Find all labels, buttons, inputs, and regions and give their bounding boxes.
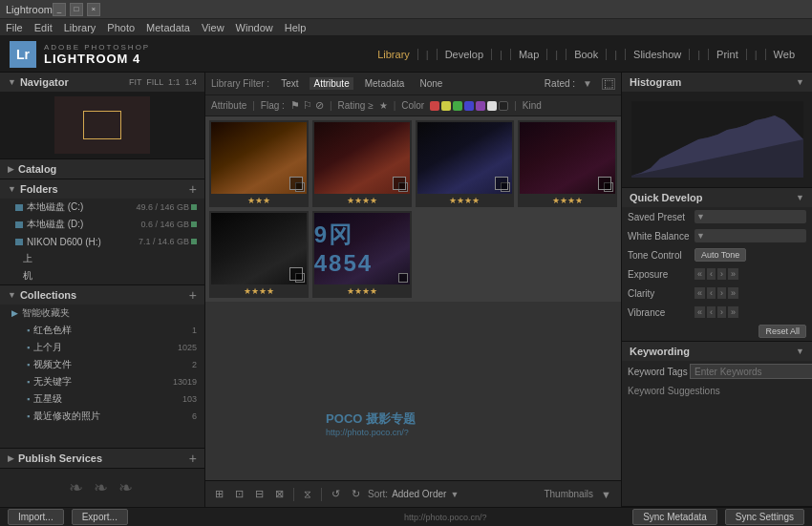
import-btn[interactable]: Import... xyxy=(8,509,64,525)
collections-header[interactable]: ▼ Collections + xyxy=(0,285,204,305)
folder-up[interactable]: 上 xyxy=(0,250,204,267)
auto-tone-btn[interactable]: Auto Tone xyxy=(694,248,746,262)
rating-stars[interactable]: ★ xyxy=(379,100,388,111)
menu-library[interactable]: Library xyxy=(64,22,96,33)
wb-control[interactable]: ▼ xyxy=(694,229,806,242)
navigator-controls: FIT FILL 1:1 1:4 xyxy=(129,77,197,87)
photo-cell-5[interactable]: ★★★★ xyxy=(209,211,309,298)
collection-recent[interactable]: ▪ 最近修改的照片 6 xyxy=(0,408,204,425)
module-print[interactable]: Print xyxy=(709,49,747,60)
photo-cell-6[interactable]: 9冈4854 ★★★★ xyxy=(312,211,412,298)
module-web[interactable]: Web xyxy=(766,49,802,60)
photo-cell-1[interactable]: ★★★ xyxy=(209,120,309,207)
folder-d[interactable]: 本地磁盘 (D:) 0.6 / 146 GB xyxy=(0,216,204,233)
vib-dec-dec[interactable]: « xyxy=(694,306,705,318)
color-blue[interactable] xyxy=(464,101,474,111)
photo-stars-1: ★★★ xyxy=(247,196,270,205)
window-controls[interactable]: _ □ × xyxy=(53,3,100,16)
collection-red[interactable]: ▪ 红色色样 1 xyxy=(0,322,204,339)
menu-window[interactable]: Window xyxy=(236,22,273,33)
color-yellow[interactable] xyxy=(441,101,451,111)
flag-icon-1[interactable]: ⚑ xyxy=(290,99,300,112)
collection-5star[interactable]: ▪ 五星级 103 xyxy=(0,390,204,408)
menu-view[interactable]: View xyxy=(202,22,224,33)
filter-attribute[interactable]: Attribute xyxy=(310,77,353,90)
menu-help[interactable]: Help xyxy=(285,22,307,33)
menu-edit[interactable]: Edit xyxy=(34,22,53,33)
photo-cell-4[interactable]: ★★★★ xyxy=(518,120,617,207)
folders-add-btn[interactable]: + xyxy=(189,181,197,197)
folder-c[interactable]: 本地磁盘 (C:) 49.6 / 146 GB xyxy=(0,199,204,216)
module-map[interactable]: Map xyxy=(511,49,547,60)
grid-view-btn[interactable]: ⊞ xyxy=(211,486,227,502)
clar-dec-dec[interactable]: « xyxy=(694,287,705,299)
module-develop[interactable]: Develop xyxy=(438,49,492,60)
exp-inc-inc[interactable]: » xyxy=(728,268,738,280)
survey-view-btn[interactable]: ⊠ xyxy=(271,486,288,502)
sort-value[interactable]: Added Order xyxy=(392,489,446,499)
module-book[interactable]: Book xyxy=(566,49,607,60)
exp-dec-dec[interactable]: « xyxy=(694,268,705,280)
rotate-btn[interactable]: ↺ xyxy=(328,486,344,502)
filter-expand-btn[interactable]: ⬚ xyxy=(602,78,615,90)
photo-cell-3[interactable]: ★★★★ xyxy=(416,120,515,207)
rotate-right-btn[interactable]: ↻ xyxy=(348,486,364,502)
flag-icon-2[interactable]: ⚐ xyxy=(303,99,312,112)
keyword-input[interactable] xyxy=(690,364,812,379)
color-black[interactable] xyxy=(499,101,508,111)
catalog-header[interactable]: ▶ Catalog xyxy=(0,159,204,179)
filter-none[interactable]: None xyxy=(416,77,446,90)
collection-nokw[interactable]: ▪ 无关键字 13019 xyxy=(0,373,204,390)
folders-header[interactable]: ▼ Folders + xyxy=(0,179,204,199)
vib-dec[interactable]: ‹ xyxy=(707,306,716,318)
color-green[interactable] xyxy=(453,101,462,111)
color-purple[interactable] xyxy=(476,101,485,111)
folder-ji[interactable]: 机 xyxy=(0,267,204,284)
vib-inc-inc[interactable]: » xyxy=(728,306,738,318)
filter-metadata[interactable]: Metadata xyxy=(361,77,409,90)
status-bar: Import... Export... http://photo.poco.cn… xyxy=(0,507,812,526)
exp-inc[interactable]: › xyxy=(717,268,726,280)
color-red[interactable] xyxy=(430,101,439,111)
menu-file[interactable]: File xyxy=(6,22,23,33)
folder-h[interactable]: NIKON D600 (H:) 7.1 / 14.6 GB xyxy=(0,233,204,250)
saved-preset-control[interactable]: ▼ xyxy=(694,210,806,223)
catalog-label: Catalog xyxy=(18,163,197,175)
publish-add-btn[interactable]: + xyxy=(189,451,197,466)
minimize-btn[interactable]: _ xyxy=(53,3,66,16)
collection-video[interactable]: ▪ 视频文件 2 xyxy=(0,356,204,373)
sync-settings-btn[interactable]: Sync Settings xyxy=(725,509,804,525)
sync-meta-btn[interactable]: Sync Metadata xyxy=(632,509,717,525)
flag-icon-3[interactable]: ⊘ xyxy=(315,99,324,112)
filter-text[interactable]: Text xyxy=(277,77,302,90)
reset-all-btn[interactable]: Reset All xyxy=(759,325,806,338)
kw-header[interactable]: Keywording ▼ xyxy=(622,342,812,361)
clar-dec[interactable]: ‹ xyxy=(707,287,716,299)
close-btn[interactable]: × xyxy=(87,3,100,16)
vib-inc[interactable]: › xyxy=(717,306,726,318)
photo-cell-2[interactable]: ★★★★ xyxy=(312,120,412,207)
exp-dec[interactable]: ‹ xyxy=(707,268,716,280)
export-btn[interactable]: Export... xyxy=(72,509,128,525)
module-library[interactable]: Library xyxy=(370,49,418,60)
histogram-header[interactable]: Histogram ▼ xyxy=(622,73,812,92)
exposure-btns: « ‹ › » xyxy=(694,268,738,280)
sort-arrow[interactable]: ▼ xyxy=(450,490,459,499)
loupe-view-btn[interactable]: ⊡ xyxy=(231,486,247,502)
filter-btn[interactable]: ⧖ xyxy=(300,486,315,502)
module-slideshow[interactable]: Slideshow xyxy=(626,49,690,60)
menu-photo[interactable]: Photo xyxy=(107,22,135,33)
thumb-size-btn[interactable]: ▼ xyxy=(597,487,615,502)
menu-metadata[interactable]: Metadata xyxy=(146,22,190,33)
compare-view-btn[interactable]: ⊟ xyxy=(251,486,267,502)
collection-month[interactable]: ▪ 上个月 1025 xyxy=(0,339,204,356)
publish-services-header[interactable]: ▶ Publish Services + xyxy=(0,449,204,468)
clar-inc-inc[interactable]: » xyxy=(728,287,738,299)
qd-header[interactable]: Quick Develop ▼ xyxy=(622,188,812,207)
clar-inc[interactable]: › xyxy=(717,287,726,299)
maximize-btn[interactable]: □ xyxy=(70,3,83,16)
collections-add-btn[interactable]: + xyxy=(189,287,197,303)
smart-collections-group[interactable]: ▶ 智能收藏夹 xyxy=(0,305,204,322)
navigator-header[interactable]: ▼ Navigator FIT FILL 1:1 1:4 xyxy=(0,73,204,92)
color-white[interactable] xyxy=(487,101,497,111)
